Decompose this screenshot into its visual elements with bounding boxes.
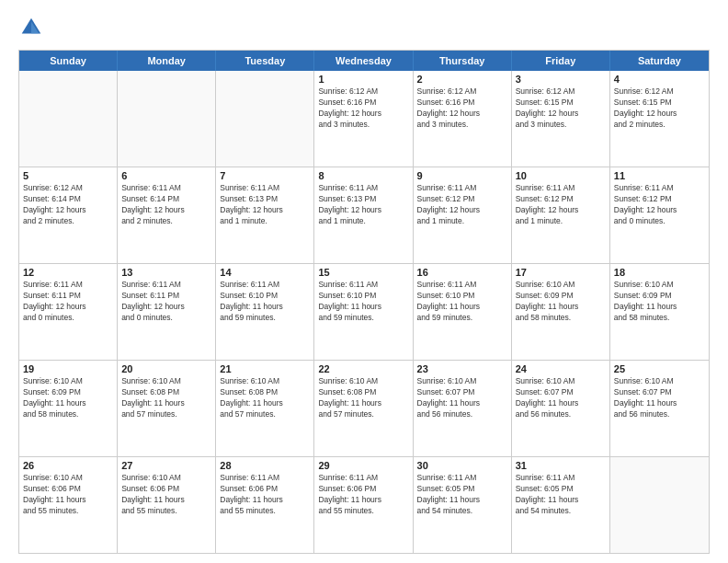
day-number: 6 bbox=[121, 170, 211, 181]
day-number: 17 bbox=[516, 267, 606, 278]
calendar-cell: 27Sunrise: 6:10 AM Sunset: 6:06 PM Dayli… bbox=[118, 457, 216, 553]
calendar-row: 12Sunrise: 6:11 AM Sunset: 6:11 PM Dayli… bbox=[19, 263, 709, 360]
calendar-header: SundayMondayTuesdayWednesdayThursdayFrid… bbox=[19, 51, 709, 71]
calendar-cell: 6Sunrise: 6:11 AM Sunset: 6:14 PM Daylig… bbox=[118, 167, 216, 263]
day-info: Sunrise: 6:12 AM Sunset: 6:14 PM Dayligh… bbox=[23, 183, 113, 227]
calendar-cell: 24Sunrise: 6:10 AM Sunset: 6:07 PM Dayli… bbox=[512, 361, 610, 456]
calendar-cell: 25Sunrise: 6:10 AM Sunset: 6:07 PM Dayli… bbox=[610, 361, 709, 456]
day-info: Sunrise: 6:10 AM Sunset: 6:09 PM Dayligh… bbox=[23, 376, 113, 420]
day-info: Sunrise: 6:11 AM Sunset: 6:05 PM Dayligh… bbox=[516, 473, 606, 517]
logo-icon bbox=[18, 15, 44, 40]
day-number: 4 bbox=[614, 74, 705, 85]
day-info: Sunrise: 6:11 AM Sunset: 6:10 PM Dayligh… bbox=[318, 280, 408, 324]
calendar-cell: 21Sunrise: 6:10 AM Sunset: 6:08 PM Dayli… bbox=[216, 361, 314, 456]
calendar-cell: 9Sunrise: 6:11 AM Sunset: 6:12 PM Daylig… bbox=[414, 167, 512, 263]
day-info: Sunrise: 6:11 AM Sunset: 6:13 PM Dayligh… bbox=[318, 183, 408, 227]
calendar-cell: 18Sunrise: 6:10 AM Sunset: 6:09 PM Dayli… bbox=[610, 264, 709, 360]
day-info: Sunrise: 6:10 AM Sunset: 6:07 PM Dayligh… bbox=[417, 376, 507, 420]
day-info: Sunrise: 6:10 AM Sunset: 6:07 PM Dayligh… bbox=[614, 376, 705, 420]
calendar-cell bbox=[216, 71, 314, 167]
day-info: Sunrise: 6:10 AM Sunset: 6:08 PM Dayligh… bbox=[220, 376, 310, 420]
calendar-cell bbox=[610, 457, 709, 553]
weekday-header: Wednesday bbox=[314, 51, 413, 71]
calendar-cell: 20Sunrise: 6:10 AM Sunset: 6:08 PM Dayli… bbox=[118, 361, 216, 456]
weekday-header: Sunday bbox=[19, 51, 118, 71]
day-number: 12 bbox=[23, 267, 113, 278]
calendar-cell: 28Sunrise: 6:11 AM Sunset: 6:06 PM Dayli… bbox=[216, 457, 314, 553]
day-number: 7 bbox=[220, 170, 310, 181]
calendar-cell: 22Sunrise: 6:10 AM Sunset: 6:08 PM Dayli… bbox=[314, 361, 413, 456]
calendar-cell: 10Sunrise: 6:11 AM Sunset: 6:12 PM Dayli… bbox=[512, 167, 610, 263]
calendar-cell bbox=[118, 71, 216, 167]
day-number: 26 bbox=[23, 460, 113, 471]
day-info: Sunrise: 6:11 AM Sunset: 6:06 PM Dayligh… bbox=[318, 473, 408, 517]
day-info: Sunrise: 6:10 AM Sunset: 6:06 PM Dayligh… bbox=[23, 473, 113, 517]
day-info: Sunrise: 6:12 AM Sunset: 6:15 PM Dayligh… bbox=[614, 86, 705, 131]
day-number: 1 bbox=[318, 74, 408, 85]
weekday-header: Monday bbox=[118, 51, 216, 71]
calendar-cell: 4Sunrise: 6:12 AM Sunset: 6:15 PM Daylig… bbox=[610, 71, 709, 167]
day-info: Sunrise: 6:11 AM Sunset: 6:12 PM Dayligh… bbox=[614, 183, 705, 227]
calendar-row: 26Sunrise: 6:10 AM Sunset: 6:06 PM Dayli… bbox=[19, 456, 709, 553]
calendar-cell: 14Sunrise: 6:11 AM Sunset: 6:10 PM Dayli… bbox=[216, 264, 314, 360]
calendar-cell: 8Sunrise: 6:11 AM Sunset: 6:13 PM Daylig… bbox=[314, 167, 413, 263]
calendar-cell: 29Sunrise: 6:11 AM Sunset: 6:06 PM Dayli… bbox=[314, 457, 413, 553]
day-number: 31 bbox=[516, 460, 606, 471]
calendar-cell: 2Sunrise: 6:12 AM Sunset: 6:16 PM Daylig… bbox=[414, 71, 512, 167]
day-number: 10 bbox=[516, 170, 606, 181]
day-number: 25 bbox=[614, 363, 705, 374]
day-number: 21 bbox=[220, 363, 310, 374]
day-number: 2 bbox=[417, 74, 507, 85]
day-number: 24 bbox=[516, 363, 606, 374]
day-info: Sunrise: 6:11 AM Sunset: 6:06 PM Dayligh… bbox=[220, 473, 310, 517]
day-info: Sunrise: 6:12 AM Sunset: 6:15 PM Dayligh… bbox=[516, 86, 606, 131]
day-info: Sunrise: 6:11 AM Sunset: 6:11 PM Dayligh… bbox=[23, 280, 113, 324]
day-number: 27 bbox=[121, 460, 211, 471]
day-number: 23 bbox=[417, 363, 507, 374]
day-info: Sunrise: 6:12 AM Sunset: 6:16 PM Dayligh… bbox=[417, 86, 507, 131]
day-info: Sunrise: 6:10 AM Sunset: 6:07 PM Dayligh… bbox=[516, 376, 606, 420]
calendar-cell: 11Sunrise: 6:11 AM Sunset: 6:12 PM Dayli… bbox=[610, 167, 709, 263]
calendar-cell: 17Sunrise: 6:10 AM Sunset: 6:09 PM Dayli… bbox=[512, 264, 610, 360]
calendar-cell: 12Sunrise: 6:11 AM Sunset: 6:11 PM Dayli… bbox=[19, 264, 118, 360]
day-number: 8 bbox=[318, 170, 408, 181]
day-info: Sunrise: 6:10 AM Sunset: 6:06 PM Dayligh… bbox=[121, 473, 211, 517]
day-number: 11 bbox=[614, 170, 705, 181]
calendar-cell: 13Sunrise: 6:11 AM Sunset: 6:11 PM Dayli… bbox=[118, 264, 216, 360]
calendar-cell: 23Sunrise: 6:10 AM Sunset: 6:07 PM Dayli… bbox=[414, 361, 512, 456]
day-info: Sunrise: 6:10 AM Sunset: 6:09 PM Dayligh… bbox=[614, 280, 705, 324]
day-info: Sunrise: 6:11 AM Sunset: 6:11 PM Dayligh… bbox=[121, 280, 211, 324]
header bbox=[18, 15, 710, 40]
calendar-cell: 1Sunrise: 6:12 AM Sunset: 6:16 PM Daylig… bbox=[314, 71, 413, 167]
day-number: 15 bbox=[318, 267, 408, 278]
day-number: 18 bbox=[614, 267, 705, 278]
weekday-header: Thursday bbox=[414, 51, 512, 71]
calendar-row: 5Sunrise: 6:12 AM Sunset: 6:14 PM Daylig… bbox=[19, 167, 709, 263]
day-number: 22 bbox=[318, 363, 408, 374]
day-info: Sunrise: 6:11 AM Sunset: 6:10 PM Dayligh… bbox=[220, 280, 310, 324]
calendar-cell: 3Sunrise: 6:12 AM Sunset: 6:15 PM Daylig… bbox=[512, 71, 610, 167]
day-number: 29 bbox=[318, 460, 408, 471]
calendar-cell: 7Sunrise: 6:11 AM Sunset: 6:13 PM Daylig… bbox=[216, 167, 314, 263]
day-number: 19 bbox=[23, 363, 113, 374]
day-info: Sunrise: 6:10 AM Sunset: 6:08 PM Dayligh… bbox=[121, 376, 211, 420]
calendar-cell: 16Sunrise: 6:11 AM Sunset: 6:10 PM Dayli… bbox=[414, 264, 512, 360]
day-info: Sunrise: 6:11 AM Sunset: 6:10 PM Dayligh… bbox=[417, 280, 507, 324]
day-number: 30 bbox=[417, 460, 507, 471]
day-info: Sunrise: 6:11 AM Sunset: 6:05 PM Dayligh… bbox=[417, 473, 507, 517]
day-number: 3 bbox=[516, 74, 606, 85]
day-info: Sunrise: 6:10 AM Sunset: 6:08 PM Dayligh… bbox=[318, 376, 408, 420]
calendar: SundayMondayTuesdayWednesdayThursdayFrid… bbox=[18, 50, 710, 554]
page: SundayMondayTuesdayWednesdayThursdayFrid… bbox=[0, 0, 728, 563]
day-info: Sunrise: 6:11 AM Sunset: 6:12 PM Dayligh… bbox=[417, 183, 507, 227]
day-number: 20 bbox=[121, 363, 211, 374]
logo bbox=[18, 15, 48, 40]
day-number: 5 bbox=[23, 170, 113, 181]
weekday-header: Friday bbox=[512, 51, 610, 71]
weekday-header: Saturday bbox=[610, 51, 709, 71]
calendar-body: 1Sunrise: 6:12 AM Sunset: 6:16 PM Daylig… bbox=[19, 71, 709, 553]
calendar-cell: 5Sunrise: 6:12 AM Sunset: 6:14 PM Daylig… bbox=[19, 167, 118, 263]
day-info: Sunrise: 6:11 AM Sunset: 6:13 PM Dayligh… bbox=[220, 183, 310, 227]
day-number: 14 bbox=[220, 267, 310, 278]
day-info: Sunrise: 6:12 AM Sunset: 6:16 PM Dayligh… bbox=[318, 86, 408, 131]
